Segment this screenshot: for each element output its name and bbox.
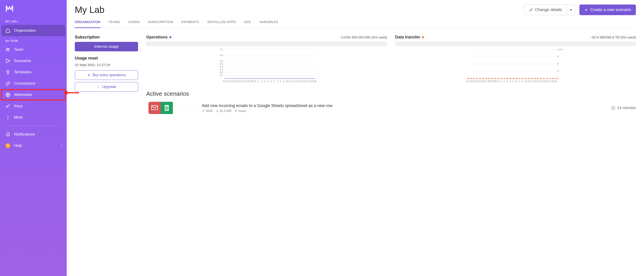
svg-point-88 bbox=[519, 78, 520, 79]
sidebar-item-keys[interactable]: Keys bbox=[0, 100, 67, 112]
caret-down-icon: ▾ bbox=[570, 8, 572, 12]
blank-slot-icon bbox=[185, 102, 197, 114]
data-transfer-stat: ~82.6 MB/390.6 TB (0% used) bbox=[590, 35, 636, 39]
org-selector-label: MY LAB bbox=[6, 20, 16, 23]
svg-text:19.: 19. bbox=[314, 80, 317, 83]
svg-text:13.: 13. bbox=[536, 80, 540, 83]
svg-text:0: 0 bbox=[557, 77, 558, 80]
scenario-icons bbox=[148, 102, 197, 114]
svg-point-0 bbox=[6, 48, 8, 50]
sidebar-item-scenarios[interactable]: Scenarios bbox=[0, 55, 67, 67]
sidebar-item-label: Organization bbox=[14, 28, 36, 33]
change-details-dropdown[interactable]: ▾ bbox=[567, 5, 575, 15]
svg-text:6.: 6. bbox=[274, 80, 275, 83]
svg-text:10.: 10. bbox=[286, 80, 288, 83]
tab-variables[interactable]: VARIABLES bbox=[259, 18, 278, 28]
buy-extra-button[interactable]: Buy extra operations bbox=[75, 70, 138, 80]
divider bbox=[6, 126, 61, 126]
team-icon bbox=[6, 47, 10, 52]
svg-point-98 bbox=[549, 78, 550, 79]
svg-text:4.: 4. bbox=[267, 80, 269, 83]
svg-text:12.: 12. bbox=[533, 80, 536, 83]
templates-icon bbox=[6, 70, 10, 75]
operations-chart: 0.10.20.30.40.50.60.81.021.22.23.24.25.2… bbox=[146, 49, 387, 83]
svg-text:16.: 16. bbox=[545, 80, 548, 83]
svg-text:5.: 5. bbox=[512, 80, 514, 83]
tab-organization[interactable]: ORGANIZATION bbox=[75, 18, 100, 28]
svg-text:24.: 24. bbox=[476, 80, 478, 83]
svg-point-9 bbox=[8, 119, 8, 119]
svg-point-71 bbox=[467, 78, 468, 79]
download-icon bbox=[216, 109, 219, 112]
svg-text:10.: 10. bbox=[527, 80, 530, 83]
tab-users[interactable]: USERS bbox=[128, 18, 140, 28]
svg-text:29.: 29. bbox=[490, 80, 494, 83]
clock-icon bbox=[611, 106, 615, 110]
svg-point-99 bbox=[552, 78, 554, 79]
scenario-name: Add new incoming emails to a Google Shee… bbox=[202, 103, 607, 108]
sidebar-item-connections[interactable]: Connections bbox=[0, 78, 67, 89]
svg-text:3.: 3. bbox=[264, 80, 266, 83]
tab-payments[interactable]: PAYMENTS bbox=[181, 18, 199, 28]
sidebar-item-team[interactable]: Team bbox=[0, 44, 67, 55]
svg-text:22.: 22. bbox=[226, 80, 229, 83]
svg-point-72 bbox=[470, 78, 471, 79]
tab-teams[interactable]: TEAMS bbox=[108, 18, 120, 28]
tab-installed-apps[interactable]: INSTALLED APPS bbox=[208, 18, 236, 28]
svg-text:8.: 8. bbox=[280, 80, 282, 83]
svg-text:18.: 18. bbox=[310, 80, 314, 83]
svg-point-80 bbox=[495, 78, 496, 79]
svg-text:17.: 17. bbox=[307, 80, 310, 83]
scenario-data: 82.6 MB bbox=[216, 109, 232, 113]
sidebar-item-notifications[interactable]: Notifications bbox=[0, 129, 67, 140]
tab-sso[interactable]: SSO bbox=[244, 18, 251, 28]
svg-text:1.0: 1.0 bbox=[220, 49, 223, 51]
upgrade-button[interactable]: Upgrade bbox=[75, 82, 138, 92]
sidebar-item-organization[interactable]: Organization bbox=[1, 25, 65, 36]
dot-orange-icon bbox=[422, 36, 424, 38]
svg-text:11.: 11. bbox=[288, 80, 292, 83]
svg-text:29.: 29. bbox=[248, 80, 251, 83]
svg-text:30.: 30. bbox=[494, 80, 497, 83]
svg-point-90 bbox=[525, 78, 526, 79]
svg-text:8.: 8. bbox=[522, 80, 523, 83]
svg-text:0: 0 bbox=[557, 63, 558, 65]
sidebar-item-label: Connections bbox=[14, 81, 36, 86]
svg-text:24.: 24. bbox=[232, 80, 235, 83]
help-icon: ? bbox=[6, 143, 10, 148]
svg-point-138 bbox=[236, 110, 236, 111]
change-details-button[interactable]: Change details bbox=[524, 5, 567, 15]
svg-point-89 bbox=[522, 78, 523, 79]
svg-text:21.: 21. bbox=[223, 80, 226, 83]
email-icon bbox=[148, 102, 161, 114]
sidebar-item-webhooks[interactable]: Webhooks bbox=[1, 89, 66, 100]
sidebar-more-menu[interactable] bbox=[56, 140, 67, 151]
svg-text:31.: 31. bbox=[254, 80, 257, 83]
create-scenario-button[interactable]: Create a new scenario bbox=[579, 5, 636, 15]
svg-text:27.: 27. bbox=[242, 80, 245, 83]
sidebar-item-templates[interactable]: Templates bbox=[0, 67, 67, 78]
svg-text:31.: 31. bbox=[497, 80, 500, 83]
sidebar-item-label: Notifications bbox=[14, 132, 35, 137]
org-selector[interactable]: MY LAB ▾ bbox=[0, 18, 67, 25]
sidebar-item-help[interactable]: ? Help bbox=[0, 140, 56, 151]
svg-point-94 bbox=[537, 78, 538, 79]
svg-text:28.: 28. bbox=[488, 80, 490, 83]
tab-subscription[interactable]: SUBSCRIPTION bbox=[148, 18, 173, 28]
svg-point-74 bbox=[476, 78, 478, 79]
svg-point-7 bbox=[8, 116, 8, 117]
svg-text:2.: 2. bbox=[261, 80, 263, 83]
operations-block: Operations ~3,039/ 800,000,000 (0% used)… bbox=[146, 35, 387, 84]
svg-point-1 bbox=[8, 48, 9, 50]
svg-text:3.: 3. bbox=[506, 80, 508, 83]
svg-text:21.: 21. bbox=[466, 80, 469, 83]
sidebar-item-more[interactable]: More bbox=[0, 112, 67, 123]
chevron-up-icon bbox=[97, 85, 100, 89]
svg-text:2.: 2. bbox=[503, 80, 505, 83]
caret-down-icon: ▾ bbox=[17, 20, 18, 23]
scenario-row[interactable]: Add new incoming emails to a Google Shee… bbox=[146, 102, 636, 114]
svg-point-137 bbox=[203, 110, 204, 111]
svg-text:25.: 25. bbox=[235, 80, 238, 83]
data-transfer-block: Data transfer ~82.6 MB/390.6 TB (0% used… bbox=[395, 35, 636, 84]
button-label: Upgrade bbox=[102, 85, 116, 89]
